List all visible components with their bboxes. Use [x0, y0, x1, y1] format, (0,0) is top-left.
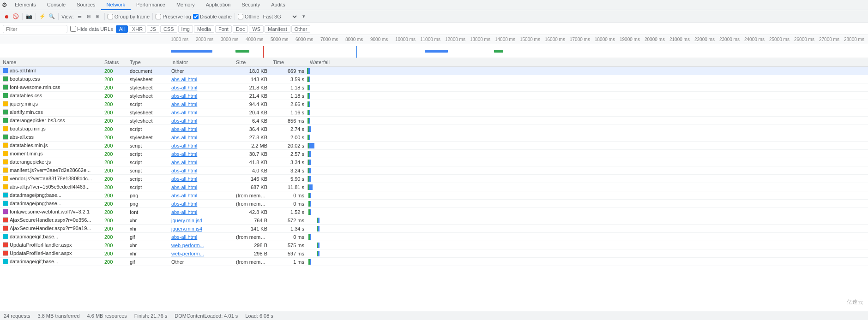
initiator-link[interactable]: abs-all.html — [171, 193, 197, 198]
view-group-icon[interactable]: ⊞ — [93, 13, 102, 20]
cell-initiator[interactable]: abs-all.html — [169, 158, 233, 166]
table-row[interactable]: datatables.min.js200scriptabs-all.html2.… — [0, 142, 868, 150]
table-row[interactable]: daterangepicker-bs3.css200stylesheetabs-… — [0, 117, 868, 125]
table-row[interactable]: data:image/gif;base...200gifOther(from m… — [0, 258, 868, 266]
table-row[interactable]: data:image/gif;base...200gifabs-all.html… — [0, 233, 868, 241]
filter-input[interactable] — [3, 25, 67, 33]
offline-input[interactable] — [238, 14, 243, 19]
cell-initiator[interactable]: abs-all.html — [169, 117, 233, 125]
group-by-frame-checkbox[interactable]: Group by frame — [108, 14, 150, 19]
view-large-icon[interactable]: ⊟ — [84, 13, 93, 20]
initiator-link[interactable]: abs-all.html — [171, 151, 197, 157]
cell-initiator[interactable]: jquery.min.js4 — [169, 216, 233, 225]
cell-initiator[interactable]: abs-all.html — [169, 75, 233, 83]
cell-initiator[interactable]: abs-all.html — [169, 83, 233, 92]
cell-initiator[interactable]: web-perform... — [169, 249, 233, 258]
col-header-status[interactable]: Status — [102, 58, 127, 67]
table-row[interactable]: UpdataProfilerHandler.aspx200xhrweb-perf… — [0, 241, 868, 249]
col-header-size[interactable]: Size — [233, 58, 270, 67]
initiator-link[interactable]: abs-all.html — [171, 77, 197, 82]
throttle-select[interactable]: Fast 3G Slow 3G No throttling — [261, 13, 298, 20]
filter-manifest[interactable]: Manifest — [265, 25, 290, 33]
table-row[interactable]: abs-all.css200stylesheetabs-all.html27.8… — [0, 133, 868, 142]
col-header-type[interactable]: Type — [127, 58, 169, 67]
cell-initiator[interactable]: web-perform... — [169, 241, 233, 249]
cell-initiator[interactable]: abs-all.html — [169, 108, 233, 117]
table-row[interactable]: bootstrap.css200stylesheetabs-all.html14… — [0, 75, 868, 83]
cell-initiator[interactable]: abs-all.html — [169, 183, 233, 191]
initiator-link[interactable]: jquery.min.js4 — [171, 218, 202, 223]
initiator-link[interactable]: abs-all.html — [171, 184, 197, 190]
table-row[interactable]: AjaxSecureHandler.aspx?r=0e356...200xhrj… — [0, 216, 868, 225]
cell-initiator[interactable]: abs-all.html — [169, 125, 233, 133]
table-row[interactable]: jquery.min.js200scriptabs-all.html94.4 K… — [0, 100, 868, 108]
disable-cache-input[interactable] — [193, 14, 199, 19]
table-row[interactable]: fontawesome-webfont.woff?v=3.2.1200fonta… — [0, 208, 868, 216]
filter-js[interactable]: JS — [147, 25, 159, 33]
initiator-link[interactable]: abs-all.html — [171, 234, 197, 240]
table-row[interactable]: AjaxSecureHandler.aspx?r=90a19...200xhrj… — [0, 225, 868, 233]
clear-button[interactable]: 🚫 — [12, 13, 19, 20]
table-row[interactable]: moment.min.js200scriptabs-all.html30.7 K… — [0, 150, 868, 158]
tab-security[interactable]: Security — [236, 0, 265, 10]
initiator-link[interactable]: abs-all.html — [171, 110, 197, 115]
tab-network[interactable]: Network — [101, 0, 131, 10]
initiator-link[interactable]: abs-all.html — [171, 135, 197, 140]
table-row[interactable]: vendor.js?ver=aa83178e13808ddc...200scri… — [0, 175, 868, 183]
initiator-link[interactable]: web-perform... — [171, 251, 204, 256]
table-row[interactable]: datatables.css200stylesheetabs-all.html2… — [0, 92, 868, 100]
initiator-link[interactable]: abs-all.html — [171, 143, 197, 148]
filter-media[interactable]: Media — [194, 25, 214, 33]
cell-initiator[interactable]: abs-all.html — [169, 142, 233, 150]
table-row[interactable]: daterangepicker.js200scriptabs-all.html4… — [0, 158, 868, 166]
tab-memory[interactable]: Memory — [171, 0, 200, 10]
table-row[interactable]: abs-all.js?ver=1505c6edccff4f463...200sc… — [0, 183, 868, 191]
cell-initiator[interactable]: abs-all.html — [169, 233, 233, 241]
view-list-icon[interactable]: ☰ — [76, 13, 84, 20]
cell-initiator[interactable]: abs-all.html — [169, 208, 233, 216]
table-row[interactable]: font-awesome.min.css200stylesheetabs-all… — [0, 83, 868, 92]
filter-xhr[interactable]: XHR — [129, 25, 146, 33]
hide-data-urls-checkbox[interactable]: Hide data URLs — [70, 26, 113, 32]
cell-initiator[interactable]: abs-all.html — [169, 133, 233, 142]
table-row[interactable]: UpdataProfilerHandler.aspx200xhrweb-perf… — [0, 249, 868, 258]
group-by-frame-input[interactable] — [108, 14, 113, 19]
filter-font[interactable]: Font — [215, 25, 232, 33]
preserve-log-checkbox[interactable]: Preserve log — [156, 14, 191, 19]
table-row[interactable]: manifest.js?ver=3aee7d2e28662e...200scri… — [0, 166, 868, 175]
initiator-link[interactable]: abs-all.html — [171, 201, 197, 207]
tab-sources[interactable]: Sources — [71, 0, 101, 10]
initiator-link[interactable]: abs-all.html — [171, 126, 197, 132]
table-row[interactable]: abs-all.html200documentOther18.0 KB669 m… — [0, 67, 868, 75]
col-header-initiator[interactable]: Initiator — [169, 58, 233, 67]
initiator-link[interactable]: abs-all.html — [171, 160, 197, 165]
table-row[interactable]: data:image/png;base...200pngabs-all.html… — [0, 191, 868, 200]
table-row[interactable]: bootstrap.min.js200scriptabs-all.html36.… — [0, 125, 868, 133]
tab-performance[interactable]: Performance — [131, 0, 171, 10]
table-row[interactable]: data:image/png;base...200pngabs-all.html… — [0, 200, 868, 208]
tab-application[interactable]: Application — [200, 0, 236, 10]
cell-initiator[interactable]: abs-all.html — [169, 100, 233, 108]
initiator-link[interactable]: abs-all.html — [171, 209, 197, 215]
cell-initiator[interactable]: abs-all.html — [169, 191, 233, 200]
initiator-link[interactable]: jquery.min.js4 — [171, 226, 202, 231]
camera-button[interactable]: 📷 — [25, 13, 33, 20]
offline-checkbox[interactable]: Offline — [238, 14, 259, 19]
filter-ws[interactable]: WS — [249, 25, 264, 33]
table-row[interactable]: alertify.min.css200stylesheetabs-all.htm… — [0, 108, 868, 117]
filter-button[interactable]: ⚡ — [39, 13, 46, 20]
filter-other[interactable]: Other — [291, 25, 311, 33]
filter-doc[interactable]: Doc — [233, 25, 248, 33]
cell-initiator[interactable]: abs-all.html — [169, 92, 233, 100]
hide-data-urls-input[interactable] — [70, 26, 76, 32]
tab-elements[interactable]: Elements — [9, 0, 42, 10]
search-button[interactable]: 🔍 — [48, 13, 55, 20]
cell-initiator[interactable]: abs-all.html — [169, 166, 233, 175]
tab-audits[interactable]: Audits — [265, 0, 291, 10]
initiator-link[interactable]: abs-all.html — [171, 85, 197, 90]
initiator-link[interactable]: abs-all.html — [171, 118, 197, 124]
cell-initiator[interactable]: abs-all.html — [169, 150, 233, 158]
throttle-arrow-icon[interactable]: ▾ — [300, 13, 307, 20]
col-header-waterfall[interactable]: Waterfall — [307, 58, 868, 67]
initiator-link[interactable]: abs-all.html — [171, 168, 197, 173]
